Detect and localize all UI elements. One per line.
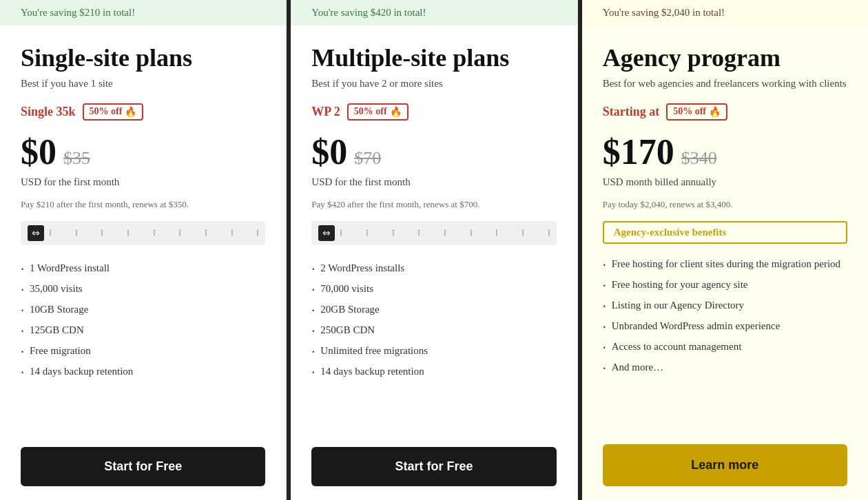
feature-item: Listing in our Agency Directory bbox=[603, 296, 847, 317]
feature-item: 1 WordPress install bbox=[21, 259, 265, 280]
plan-card-single-site: You're saving $210 in total!Single-site … bbox=[0, 0, 287, 500]
price-note-single-site: Pay $210 after the first month, renews a… bbox=[21, 199, 265, 210]
feature-item: 125GB CDN bbox=[21, 321, 265, 342]
feature-item: Free migration bbox=[21, 342, 265, 362]
discount-badge-single-site: 50% off 🔥 bbox=[83, 103, 144, 121]
plan-name-label-multiple-site: WP 2 bbox=[311, 105, 340, 119]
slider-tick bbox=[366, 229, 368, 236]
feature-item: 2 WordPress installs bbox=[311, 259, 556, 280]
feature-item: 35,000 visits bbox=[21, 280, 265, 300]
feature-item: Free hosting for client sites during the… bbox=[603, 255, 847, 275]
slider-ticks-single-site bbox=[50, 229, 258, 236]
price-row-single-site: $0$35 bbox=[21, 132, 265, 172]
plan-name-label-agency: Starting at bbox=[603, 105, 660, 119]
feature-item: 70,000 visits bbox=[311, 280, 556, 300]
plan-subtitle-multiple-site: Best if you have 2 or more sites bbox=[311, 78, 556, 90]
features-list-multiple-site: 2 WordPress installs70,000 visits20GB St… bbox=[311, 259, 556, 433]
feature-item: And more… bbox=[603, 358, 847, 379]
slider-tick bbox=[393, 229, 394, 236]
price-original-single-site: $35 bbox=[63, 148, 90, 169]
feature-item: Unbranded WordPress admin experience bbox=[603, 317, 847, 337]
price-current-agency: $170 bbox=[603, 132, 674, 172]
price-period-multiple-site: USD for the first month bbox=[311, 176, 556, 188]
feature-item: Access to account management bbox=[603, 337, 847, 358]
slider-tick bbox=[471, 229, 472, 236]
cta-button-single-site[interactable]: Start for Free bbox=[21, 447, 265, 486]
price-current-multiple-site: $0 bbox=[311, 132, 347, 172]
fire-icon: 🔥 bbox=[709, 106, 721, 118]
price-note-agency: Pay today $2,040, renews at $3,400. bbox=[603, 199, 847, 210]
feature-item: Free hosting for your agency site bbox=[603, 275, 847, 296]
plan-body-multiple-site: Multiple-site plansBest if you have 2 or… bbox=[291, 25, 577, 500]
agency-benefits-badge: Agency-exclusive benefits bbox=[603, 221, 847, 244]
slider-tick bbox=[154, 229, 155, 236]
cta-button-agency[interactable]: Learn more bbox=[603, 444, 847, 486]
slider-tick bbox=[496, 229, 497, 236]
slider-tick bbox=[444, 229, 446, 236]
plan-title-multiple-site: Multiple-site plans bbox=[311, 45, 556, 72]
slider-ticks-multiple-site bbox=[340, 229, 549, 236]
price-original-multiple-site: $70 bbox=[354, 148, 381, 169]
slider-multiple-site[interactable]: ⇔ bbox=[311, 221, 556, 245]
fire-icon: 🔥 bbox=[125, 106, 136, 118]
savings-banner-multiple-site: You're saving $420 in total! bbox=[291, 0, 577, 25]
price-period-single-site: USD for the first month bbox=[21, 176, 265, 188]
feature-item: 20GB Storage bbox=[311, 300, 556, 321]
savings-banner-single-site: You're saving $210 in total! bbox=[0, 0, 286, 25]
slider-tick bbox=[205, 229, 207, 236]
plan-card-agency: You're saving $2,040 in total!Agency pro… bbox=[582, 0, 868, 500]
fire-icon: 🔥 bbox=[390, 106, 402, 118]
plan-title-agency: Agency program bbox=[603, 45, 847, 72]
slider-tick bbox=[340, 229, 342, 236]
plan-body-single-site: Single-site plansBest if you have 1 site… bbox=[0, 25, 286, 500]
feature-item: 14 days backup retention bbox=[21, 362, 265, 383]
price-period-agency: USD month billed annually bbox=[603, 176, 847, 188]
plan-name-row-single-site: Single 35k50% off 🔥 bbox=[21, 103, 265, 121]
slider-swap-icon-multiple-site[interactable]: ⇔ bbox=[318, 225, 335, 241]
slider-tick bbox=[522, 229, 524, 236]
plan-subtitle-single-site: Best if you have 1 site bbox=[21, 78, 265, 90]
slider-tick bbox=[231, 229, 233, 236]
price-note-multiple-site: Pay $420 after the first month, renews a… bbox=[311, 199, 556, 210]
discount-badge-agency: 50% off 🔥 bbox=[666, 103, 727, 121]
slider-tick bbox=[548, 229, 550, 236]
plan-name-row-multiple-site: WP 250% off 🔥 bbox=[311, 103, 556, 121]
features-list-single-site: 1 WordPress install35,000 visits10GB Sto… bbox=[21, 259, 265, 433]
slider-tick bbox=[76, 229, 77, 236]
price-current-single-site: $0 bbox=[21, 132, 56, 172]
cta-button-multiple-site[interactable]: Start for Free bbox=[311, 447, 556, 486]
plans-container: You're saving $210 in total!Single-site … bbox=[0, 0, 868, 500]
feature-item: 14 days backup retention bbox=[311, 362, 556, 383]
plan-card-multiple-site: You're saving $420 in total!Multiple-sit… bbox=[291, 0, 577, 500]
savings-banner-agency: You're saving $2,040 in total! bbox=[582, 0, 868, 25]
feature-item: 10GB Storage bbox=[21, 300, 265, 321]
slider-tick bbox=[257, 229, 258, 236]
price-row-agency: $170$340 bbox=[603, 132, 847, 172]
plan-body-agency: Agency programBest for web agencies and … bbox=[582, 25, 868, 500]
slider-tick bbox=[50, 229, 51, 236]
slider-tick bbox=[127, 229, 129, 236]
plan-name-label-single-site: Single 35k bbox=[21, 105, 76, 119]
slider-swap-icon-single-site[interactable]: ⇔ bbox=[28, 225, 44, 241]
features-list-agency: Free hosting for client sites during the… bbox=[603, 255, 847, 430]
slider-tick bbox=[179, 229, 180, 236]
slider-tick bbox=[418, 229, 420, 236]
price-row-multiple-site: $0$70 bbox=[311, 132, 556, 172]
slider-tick bbox=[101, 229, 103, 236]
plan-subtitle-agency: Best for web agencies and freelancers wo… bbox=[603, 78, 847, 90]
feature-item: Unlimited free migrations bbox=[311, 342, 556, 362]
feature-item: 250GB CDN bbox=[311, 321, 556, 342]
slider-single-site[interactable]: ⇔ bbox=[21, 221, 265, 245]
discount-badge-multiple-site: 50% off 🔥 bbox=[347, 103, 409, 121]
price-original-agency: $340 bbox=[681, 148, 717, 169]
plan-title-single-site: Single-site plans bbox=[21, 45, 265, 72]
plan-name-row-agency: Starting at50% off 🔥 bbox=[603, 103, 847, 121]
